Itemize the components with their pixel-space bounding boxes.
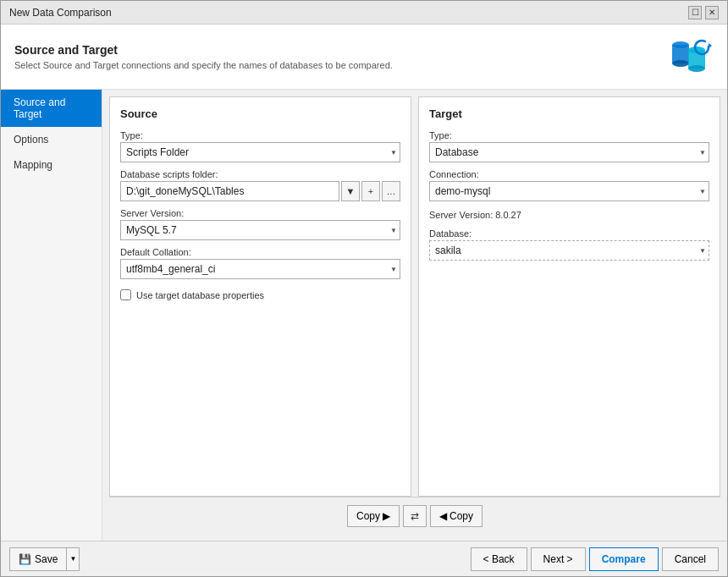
target-database-field: Database: sakila ▼ <box>429 228 709 261</box>
cancel-button[interactable]: Cancel <box>662 547 719 571</box>
source-folder-row: ▼ + … <box>120 181 400 201</box>
minimize-button[interactable]: ☐ <box>688 6 702 19</box>
copy-buttons-group: Copy ▶ ⇄ ◀ Copy <box>118 505 712 527</box>
target-server-version-field: Server Version: 8.0.27 <box>429 208 709 222</box>
save-group: 💾 Save ▼ <box>9 547 80 571</box>
back-button[interactable]: < Back <box>471 547 527 571</box>
use-target-db-label: Use target database properties <box>136 290 264 300</box>
swap-button[interactable]: ⇄ <box>403 505 427 527</box>
header-subtitle: Select Source and Target connections and… <box>14 60 393 70</box>
target-title: Target <box>429 107 709 120</box>
source-server-version-wrapper: MySQL 5.7 MySQL 8.0 ▼ <box>120 220 400 240</box>
copy-right-arrow-icon: ◀ <box>439 510 447 522</box>
svg-point-2 <box>672 60 689 67</box>
target-panel: Target Type: Database Scripts Folder ▼ <box>418 96 720 497</box>
source-type-label: Type: <box>120 130 400 140</box>
source-checkbox-row: Use target database properties <box>120 289 400 300</box>
sidebar-item-source-target[interactable]: Source and Target <box>1 90 102 127</box>
save-disk-icon: 💾 <box>19 553 31 565</box>
target-type-select[interactable]: Database Scripts Folder <box>429 142 709 162</box>
header-title: Source and Target <box>14 43 393 57</box>
save-button[interactable]: 💾 Save <box>9 547 66 571</box>
target-connection-field: Connection: demo-mysql ▼ <box>429 169 709 201</box>
title-bar-buttons: ☐ ✕ <box>688 6 719 19</box>
target-server-version-text: Server Version: 8.0.27 <box>429 208 709 222</box>
source-panel: Source Type: Scripts Folder Database ▼ <box>109 96 411 497</box>
source-collation-select[interactable]: utf8mb4_general_ci utf8_general_ci <box>120 259 400 279</box>
source-folder-field: Database scripts folder: ▼ + … <box>120 169 400 201</box>
target-database-select[interactable]: sakila <box>429 240 709 261</box>
source-server-version-select[interactable]: MySQL 5.7 MySQL 8.0 <box>120 220 400 240</box>
panels-row: Source Type: Scripts Folder Database ▼ <box>109 96 720 497</box>
sidebar: Source and Target Options Mapping <box>1 90 102 541</box>
header-text: Source and Target Select Source and Targ… <box>14 43 393 70</box>
source-server-version-field: Server Version: MySQL 5.7 MySQL 8.0 ▼ <box>120 208 400 240</box>
title-bar: New Data Comparison ☐ ✕ <box>1 1 727 25</box>
copy-left-arrow-icon: ▶ <box>383 510 390 522</box>
source-folder-input[interactable] <box>120 181 339 201</box>
copy-swap-bar: Copy ▶ ⇄ ◀ Copy <box>109 497 720 534</box>
source-folder-more-btn[interactable]: … <box>382 181 400 201</box>
close-button[interactable]: ✕ <box>705 6 719 19</box>
window-title: New Data Comparison <box>9 7 112 19</box>
save-dropdown-button[interactable]: ▼ <box>66 547 80 571</box>
source-type-wrapper: Scripts Folder Database ▼ <box>120 142 400 162</box>
svg-point-5 <box>688 65 705 72</box>
source-type-select[interactable]: Scripts Folder Database <box>120 142 400 162</box>
target-connection-wrapper: demo-mysql ▼ <box>429 181 709 201</box>
sidebar-item-mapping[interactable]: Mapping <box>1 152 102 178</box>
swap-icon: ⇄ <box>411 510 419 522</box>
target-database-label: Database: <box>429 228 709 239</box>
target-type-label: Type: <box>429 130 709 140</box>
target-connection-select[interactable]: demo-mysql <box>429 181 709 201</box>
sidebar-item-options[interactable]: Options <box>1 127 102 152</box>
use-target-db-checkbox[interactable] <box>120 289 131 300</box>
main-window: New Data Comparison ☐ ✕ Source and Targe… <box>0 0 728 577</box>
source-folder-label: Database scripts folder: <box>120 169 400 179</box>
source-collation-label: Default Collation: <box>120 247 400 257</box>
main-content: Source and Target Options Mapping Source… <box>1 90 727 541</box>
target-connection-label: Connection: <box>429 169 709 179</box>
source-title: Source <box>120 107 400 120</box>
source-folder-dropdown-btn[interactable]: ▼ <box>341 181 360 201</box>
source-collation-wrapper: utf8mb4_general_ci utf8_general_ci ▼ <box>120 259 400 279</box>
source-collation-field: Default Collation: utf8mb4_general_ci ut… <box>120 247 400 279</box>
panels-area: Source Type: Scripts Folder Database ▼ <box>102 90 727 541</box>
compare-button[interactable]: Compare <box>589 547 659 571</box>
database-icon <box>666 33 714 80</box>
next-button[interactable]: Next > <box>531 547 586 571</box>
source-type-field: Type: Scripts Folder Database ▼ <box>120 130 400 162</box>
source-folder-add-btn[interactable]: + <box>361 181 380 201</box>
target-type-wrapper: Database Scripts Folder ▼ <box>429 142 709 162</box>
action-bar: 💾 Save ▼ < Back Next > Compare Cancel <box>1 541 727 576</box>
svg-marker-6 <box>709 43 712 48</box>
header-section: Source and Target Select Source and Targ… <box>1 25 727 90</box>
copy-right-button[interactable]: ◀ Copy <box>430 505 483 527</box>
nav-buttons: < Back Next > Compare Cancel <box>471 547 719 571</box>
target-type-field: Type: Database Scripts Folder ▼ <box>429 130 709 162</box>
copy-left-button[interactable]: Copy ▶ <box>347 505 400 527</box>
source-server-version-label: Server Version: <box>120 208 400 218</box>
target-database-wrapper: sakila ▼ <box>429 240 709 261</box>
